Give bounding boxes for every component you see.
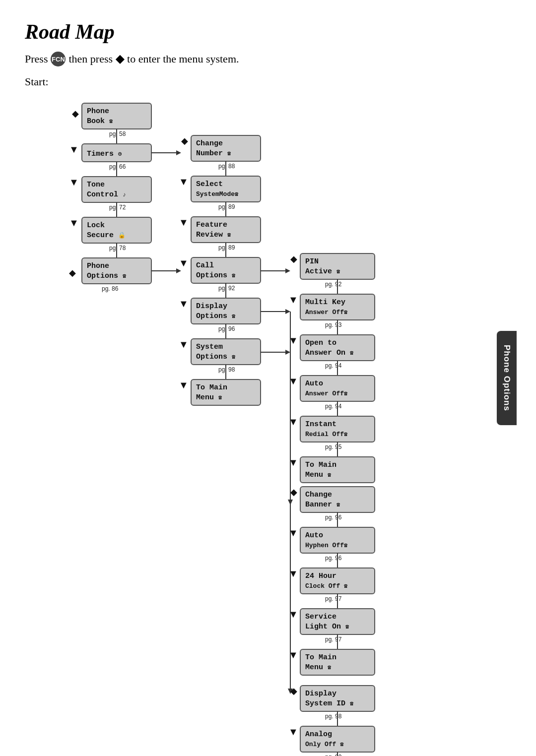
svg-text:pg. 86: pg. 86 (102, 285, 119, 292)
page-title: Road Map (25, 20, 511, 44)
svg-text:Call: Call (196, 261, 214, 270)
svg-text:Timers ⊙: Timers ⊙ (87, 150, 122, 158)
svg-text:pg. 58: pg. 58 (109, 130, 126, 137)
svg-text:▼: ▼ (179, 257, 189, 268)
svg-marker-57 (285, 268, 290, 273)
svg-text:Menu ☎: Menu ☎ (196, 393, 222, 402)
svg-text:Options ☎: Options ☎ (196, 271, 236, 280)
svg-text:Lock: Lock (87, 221, 105, 230)
nav-diamond: ◆ (116, 53, 124, 65)
svg-text:▼: ▼ (69, 144, 79, 155)
svg-text:To Main: To Main (305, 653, 336, 662)
svg-text:Change: Change (305, 491, 332, 499)
svg-text:Secure 🔒: Secure 🔒 (87, 231, 126, 240)
svg-text:▼: ▼ (69, 177, 79, 188)
svg-text:◆: ◆ (290, 487, 297, 497)
svg-text:Service: Service (305, 613, 336, 621)
svg-text:pg. 93: pg. 93 (325, 321, 342, 328)
svg-text:PIN: PIN (305, 257, 319, 266)
svg-text:Redial Off☎: Redial Off☎ (305, 431, 348, 438)
svg-text:▼: ▼ (288, 609, 298, 620)
svg-text:Light On ☎: Light On ☎ (305, 623, 349, 631)
svg-text:◆: ◆ (290, 686, 297, 696)
svg-text:▼: ▼ (179, 298, 189, 309)
svg-text:◆: ◆ (181, 136, 188, 146)
svg-text:pg. 96: pg. 96 (218, 325, 235, 332)
svg-text:▼: ▼ (288, 649, 298, 660)
svg-text:◆: ◆ (69, 268, 76, 278)
svg-text:▼: ▼ (288, 527, 298, 538)
svg-text:◆: ◆ (290, 254, 297, 264)
svg-text:pg. 89: pg. 89 (218, 203, 235, 210)
svg-text:Multi Key: Multi Key (305, 298, 345, 307)
svg-text:Answer Off☎: Answer Off☎ (305, 390, 348, 397)
svg-text:▼: ▼ (288, 376, 298, 386)
svg-text:▼: ▼ (179, 217, 189, 228)
svg-text:Answer Off☎: Answer Off☎ (305, 309, 348, 316)
svg-text:Menu ☎: Menu ☎ (305, 663, 332, 672)
svg-text:Options ☎: Options ☎ (87, 272, 127, 280)
svg-text:Number ☎: Number ☎ (196, 149, 231, 158)
svg-text:To Main: To Main (196, 383, 227, 392)
svg-marker-31 (176, 150, 181, 155)
svg-text:Hyphen Off☎: Hyphen Off☎ (305, 542, 348, 549)
svg-text:▼: ▼ (69, 217, 79, 228)
svg-text:Tone: Tone (87, 181, 105, 189)
svg-marker-73 (285, 350, 290, 355)
svg-text:To Main: To Main (305, 461, 336, 469)
svg-text:pg. 92: pg. 92 (218, 285, 235, 292)
svg-text:▼: ▼ (179, 379, 189, 390)
svg-text:pg. 88: pg. 88 (218, 163, 235, 170)
svg-text:pg. 96: pg. 96 (325, 514, 342, 521)
svg-text:Options ☎: Options ☎ (196, 312, 236, 320)
svg-text:Clock Off ☎: Clock Off ☎ (305, 582, 348, 590)
svg-marker-65 (285, 309, 290, 314)
svg-text:Book ☎: Book ☎ (87, 117, 113, 126)
svg-text:pg. 94: pg. 94 (325, 403, 342, 410)
svg-text:pg. 78: pg. 78 (109, 245, 126, 252)
roadmap-diagram: .mb { font-family: 'Courier New', monosp… (32, 98, 504, 756)
side-tab: Phone Options (497, 331, 517, 425)
svg-text:▼: ▼ (288, 294, 298, 305)
svg-text:Review ☎: Review ☎ (196, 231, 231, 239)
svg-text:Display: Display (196, 302, 227, 311)
svg-text:Feature: Feature (196, 221, 227, 229)
svg-text:pg. 98: pg. 98 (325, 713, 342, 720)
svg-text:◆: ◆ (72, 109, 79, 119)
page-container: Road Map Press FCN then press ◆ to enter… (0, 0, 536, 756)
svg-text:Banner ☎: Banner ☎ (305, 501, 340, 509)
subtitle-press: Press (25, 53, 48, 65)
svg-text:Phone: Phone (87, 262, 109, 270)
svg-text:System ID ☎: System ID ☎ (305, 699, 354, 708)
svg-text:Phone: Phone (87, 107, 109, 116)
svg-text:pg. 95: pg. 95 (325, 443, 342, 450)
svg-text:▼: ▼ (179, 176, 189, 187)
svg-text:Change: Change (196, 139, 223, 148)
svg-text:pg. 98: pg. 98 (218, 366, 235, 373)
svg-text:24 Hour: 24 Hour (305, 572, 336, 580)
svg-text:▼: ▼ (179, 339, 189, 350)
svg-text:pg. 94: pg. 94 (325, 362, 342, 369)
start-label: Start: (25, 75, 511, 88)
svg-text:Auto: Auto (305, 379, 323, 388)
svg-text:▼: ▼ (288, 726, 298, 737)
svg-text:pg. 89: pg. 89 (218, 244, 235, 251)
svg-text:Auto: Auto (305, 531, 323, 540)
svg-text:Answer On ☎: Answer On ☎ (305, 349, 354, 357)
svg-text:pg. 97: pg. 97 (325, 595, 342, 602)
svg-text:pg. 72: pg. 72 (109, 204, 126, 211)
fcn-badge: FCN (51, 52, 66, 66)
svg-text:Select: Select (196, 180, 223, 189)
svg-text:System: System (196, 343, 223, 351)
subtitle-suffix: to enter the menu system. (127, 53, 239, 65)
svg-text:pg. 96: pg. 96 (325, 555, 342, 562)
svg-text:pg. 97: pg. 97 (325, 636, 342, 643)
svg-text:pg. 92: pg. 92 (325, 281, 342, 288)
svg-text:SystemMode☎: SystemMode☎ (196, 190, 239, 198)
svg-text:Only Off ☎: Only Off ☎ (305, 741, 344, 748)
svg-text:Display: Display (305, 690, 336, 698)
svg-text:▼: ▼ (288, 416, 298, 427)
svg-text:Menu ☎: Menu ☎ (305, 471, 332, 479)
svg-marker-29 (176, 268, 181, 273)
subtitle: Press FCN then press ◆ to enter the menu… (25, 52, 511, 66)
